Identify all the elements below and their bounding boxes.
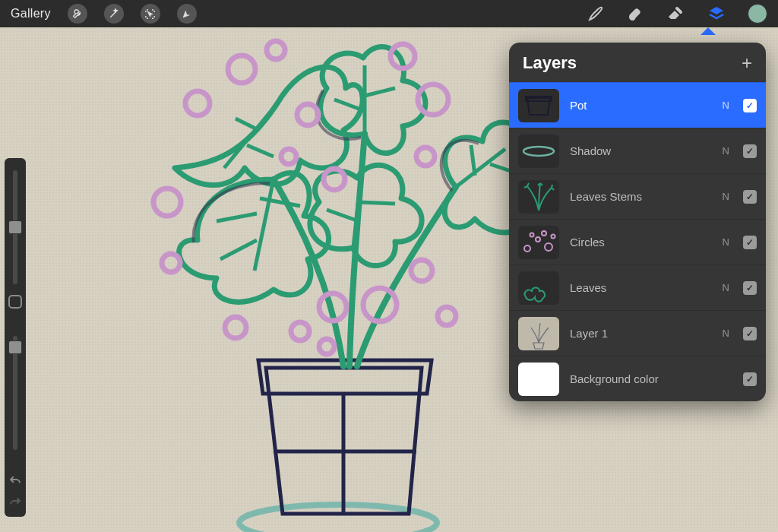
actions-wrench-icon[interactable] xyxy=(68,4,87,24)
layer-blend-mode[interactable]: N xyxy=(723,100,729,111)
svg-point-28 xyxy=(416,147,435,166)
smudge-icon[interactable] xyxy=(626,5,644,23)
svg-line-9 xyxy=(365,88,395,96)
svg-line-18 xyxy=(247,145,274,157)
brush-icon[interactable] xyxy=(587,5,605,23)
layer-row[interactable]: Background color xyxy=(509,356,766,401)
layer-name: Background color xyxy=(570,372,732,385)
layer-visibility-checkbox[interactable] xyxy=(743,236,757,249)
brush-opacity-slider[interactable] xyxy=(13,336,17,450)
svg-line-6 xyxy=(260,198,300,206)
svg-point-21 xyxy=(228,55,255,83)
layer-thumbnail[interactable] xyxy=(518,226,559,259)
layers-panel: Layers + PotNShadowNLeaves StemsNCircles… xyxy=(509,43,766,401)
layer-row[interactable]: Layer 1N xyxy=(509,310,766,356)
slider-thumb[interactable] xyxy=(8,220,22,234)
layer-visibility-checkbox[interactable] xyxy=(743,144,757,158)
brush-size-slider[interactable] xyxy=(13,170,17,284)
layers-panel-title: Layers xyxy=(523,53,577,73)
modify-button[interactable] xyxy=(8,295,22,309)
artwork xyxy=(46,27,577,532)
svg-line-11 xyxy=(327,210,359,221)
svg-line-16 xyxy=(224,103,277,168)
layer-name: Layer 1 xyxy=(570,327,712,340)
gallery-button[interactable]: Gallery xyxy=(11,7,51,21)
svg-line-12 xyxy=(359,202,395,204)
svg-point-19 xyxy=(153,188,181,216)
eraser-icon[interactable] xyxy=(666,5,685,23)
layer-row[interactable]: LeavesN xyxy=(509,264,766,310)
layer-thumbnail[interactable] xyxy=(518,317,559,350)
svg-line-17 xyxy=(236,119,258,130)
svg-point-29 xyxy=(162,254,180,272)
undo-icon[interactable] xyxy=(8,474,22,485)
svg-point-36 xyxy=(319,339,334,354)
svg-point-30 xyxy=(225,317,246,338)
svg-point-20 xyxy=(185,91,210,116)
layer-blend-mode[interactable]: N xyxy=(723,328,729,339)
svg-point-37 xyxy=(523,147,554,156)
layer-name: Pot xyxy=(570,99,712,112)
svg-point-43 xyxy=(552,234,555,238)
svg-point-41 xyxy=(542,231,546,236)
layer-row[interactable]: PotN xyxy=(509,82,766,128)
redo-icon[interactable] xyxy=(8,496,22,506)
adjustments-wand-icon[interactable] xyxy=(104,4,124,24)
layer-blend-mode[interactable]: N xyxy=(723,236,729,248)
layer-visibility-checkbox[interactable] xyxy=(743,327,757,340)
svg-point-31 xyxy=(291,322,309,340)
layer-blend-mode[interactable]: N xyxy=(723,191,729,202)
layer-blend-mode[interactable]: N xyxy=(723,145,729,157)
svg-point-39 xyxy=(536,237,540,242)
layer-thumbnail[interactable] xyxy=(518,135,559,168)
layer-row[interactable]: Leaves StemsN xyxy=(509,173,766,219)
svg-line-14 xyxy=(471,145,475,176)
color-swatch[interactable] xyxy=(748,4,767,24)
svg-point-35 xyxy=(438,307,456,325)
svg-line-4 xyxy=(217,214,257,221)
layer-thumbnail[interactable] xyxy=(518,89,559,122)
add-layer-button[interactable]: + xyxy=(742,54,752,72)
svg-point-38 xyxy=(524,245,530,252)
selection-icon[interactable] xyxy=(141,4,160,24)
svg-line-3 xyxy=(255,179,274,271)
layer-thumbnail[interactable] xyxy=(518,271,559,305)
svg-line-5 xyxy=(220,240,257,259)
slider-thumb[interactable] xyxy=(8,340,22,354)
layer-name: Circles xyxy=(570,236,712,249)
popover-arrow xyxy=(701,27,716,35)
layer-visibility-checkbox[interactable] xyxy=(743,190,757,204)
layer-row[interactable]: CirclesN xyxy=(509,219,766,264)
top-toolbar: Gallery xyxy=(0,0,778,27)
svg-point-42 xyxy=(530,233,534,236)
layer-name: Leaves xyxy=(570,281,712,294)
left-sidebar xyxy=(5,158,26,517)
svg-point-40 xyxy=(545,243,552,251)
layer-thumbnail[interactable] xyxy=(518,363,559,396)
svg-point-22 xyxy=(267,41,285,59)
layer-visibility-checkbox[interactable] xyxy=(743,372,757,386)
svg-point-34 xyxy=(411,260,432,281)
layer-blend-mode[interactable]: N xyxy=(723,282,729,293)
layer-visibility-checkbox[interactable] xyxy=(743,281,757,295)
layers-icon[interactable] xyxy=(707,5,726,23)
layer-name: Shadow xyxy=(570,144,712,157)
transform-arrow-icon[interactable] xyxy=(177,4,197,24)
svg-point-27 xyxy=(418,84,448,115)
layer-visibility-checkbox[interactable] xyxy=(743,99,757,112)
svg-point-24 xyxy=(281,149,296,164)
layer-thumbnail[interactable] xyxy=(518,180,559,214)
svg-point-0 xyxy=(239,505,437,532)
svg-point-23 xyxy=(297,104,318,125)
layer-row[interactable]: ShadowN xyxy=(509,128,766,173)
layer-name: Leaves Stems xyxy=(570,190,712,203)
